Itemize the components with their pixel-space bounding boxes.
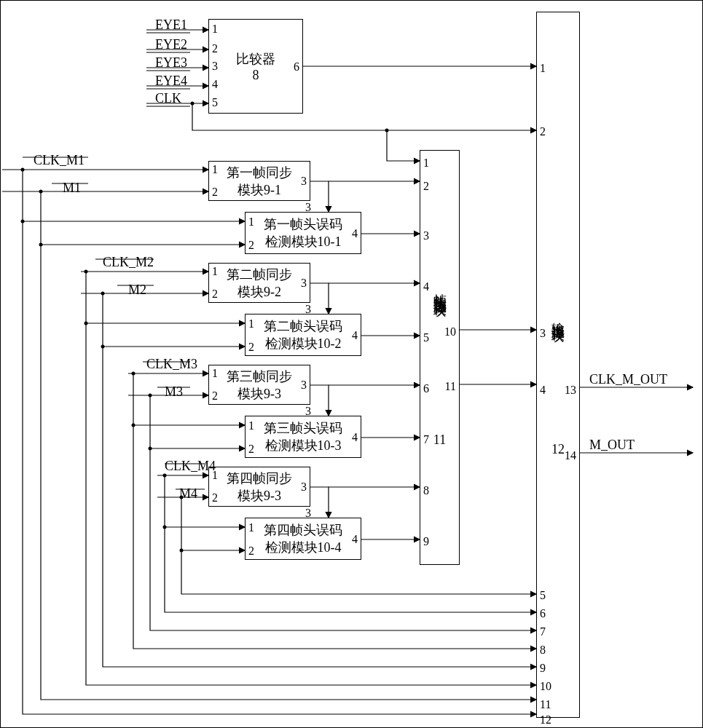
err3-block: 第三帧头误码 检测模块10-3 1 2 3 4 <box>245 416 361 458</box>
svg-point-54 <box>21 220 25 223</box>
sync2-block: 第二帧同步 模块9-2 1 2 3 <box>208 263 310 303</box>
sync1-block: 第一帧同步 模块9-1 1 2 3 <box>208 161 310 201</box>
pin: 13 <box>565 384 576 397</box>
svg-point-26 <box>85 270 88 274</box>
label-clk-m2: CLK_M2 <box>103 255 154 270</box>
err1-title: 第一帧头误码 <box>264 215 342 233</box>
sync1-sub: 模块9-1 <box>237 181 281 199</box>
svg-point-11 <box>191 102 195 106</box>
pin: 10 <box>540 680 551 693</box>
pin: 7 <box>540 625 546 638</box>
pin: 8 <box>423 484 429 497</box>
sync2-title: 第二帧同步 <box>227 266 292 283</box>
svg-point-51 <box>101 345 105 349</box>
comparator-block: 比较器 8 1 2 3 4 5 6 <box>208 19 303 114</box>
label-eye4: EYE4 <box>155 74 187 89</box>
err4-sub: 检测模块10-4 <box>265 539 342 556</box>
pin: 6 <box>540 607 546 620</box>
err3-title: 第三帧头误码 <box>264 419 342 437</box>
wiring <box>1 1 703 728</box>
svg-point-53 <box>39 243 43 247</box>
pin: 12 <box>540 713 551 727</box>
sync4-block: 第四帧同步 模块9-3 1 2 3 <box>208 467 310 507</box>
pin: 10 <box>444 325 456 339</box>
svg-point-48 <box>163 526 167 529</box>
label-clk-m1: CLK_M1 <box>34 153 85 168</box>
comparator-title: 比较器 <box>236 50 275 68</box>
select-block: 帧头检测选择模块 11 1 2 3 4 5 6 7 8 9 10 11 <box>420 150 460 565</box>
label-m1: M1 <box>63 181 81 196</box>
err1-sub: 检测模块10-1 <box>265 233 342 250</box>
label-eye3: EYE3 <box>155 55 187 71</box>
label-m3: M3 <box>165 384 183 400</box>
pin: 7 <box>423 433 429 446</box>
label-m2: M2 <box>128 282 146 298</box>
svg-point-42 <box>163 474 167 478</box>
err4-title: 第四帧头误码 <box>264 521 342 539</box>
svg-point-52 <box>85 322 88 325</box>
svg-point-50 <box>132 424 136 427</box>
sync4-sub: 模块9-3 <box>237 487 281 505</box>
pin: 14 <box>565 449 576 462</box>
pin: 2 <box>423 180 429 193</box>
select-id: 11 <box>433 432 446 448</box>
sync1-title: 第一帧同步 <box>227 164 292 181</box>
label-clk-m4: CLK_M4 <box>165 459 216 474</box>
pin: 5 <box>540 589 546 602</box>
pin: 3 <box>423 229 429 242</box>
label-eye1: EYE1 <box>155 17 187 33</box>
label-clk: CLK <box>155 91 181 106</box>
err3-sub: 检测模块10-3 <box>265 437 342 454</box>
output-title: 输出选择模块 <box>549 312 567 320</box>
output-id: 12 <box>551 442 565 457</box>
comparator-id: 8 <box>253 68 259 83</box>
svg-point-19 <box>39 190 43 194</box>
err2-sub: 检测模块10-2 <box>265 335 342 352</box>
sync3-sub: 模块9-3 <box>237 385 281 403</box>
label-clk-m3: CLK_M3 <box>146 357 197 372</box>
svg-point-34 <box>132 372 136 376</box>
sync2-sub: 模块9-2 <box>237 283 281 301</box>
sync3-title: 第三帧同步 <box>227 368 292 385</box>
sync4-title: 第四帧同步 <box>227 470 292 487</box>
pin: 1 <box>540 62 546 75</box>
err4-block: 第四帧头误码 检测模块10-4 1 2 3 4 <box>245 518 361 560</box>
label-eye2: EYE2 <box>155 37 187 52</box>
label-clk-m-out: CLK_M_OUT <box>589 372 667 387</box>
pin: 9 <box>423 535 429 548</box>
sync3-block: 第三帧同步 模块9-3 1 2 3 <box>208 365 310 405</box>
svg-point-47 <box>180 549 184 553</box>
pin: 8 <box>540 644 546 657</box>
output-block: 输出选择模块 12 1 2 3 4 5 6 7 8 9 10 11 12 13 … <box>536 12 580 718</box>
svg-point-35 <box>149 394 152 397</box>
pin: 6 <box>423 382 429 395</box>
pin: 3 <box>540 327 546 340</box>
pin: 4 <box>540 384 546 397</box>
svg-point-49 <box>149 447 152 451</box>
pin: 5 <box>423 331 429 344</box>
pin: 11 <box>540 698 551 711</box>
err1-block: 第一帧头误码 检测模块10-1 1 2 3 4 <box>245 212 361 254</box>
pin: 2 <box>540 125 546 138</box>
svg-point-12 <box>385 129 389 132</box>
svg-point-18 <box>21 168 25 172</box>
err2-title: 第二帧头误码 <box>264 317 342 335</box>
select-title: 帧头检测选择模块 <box>431 283 449 295</box>
svg-point-27 <box>101 292 105 296</box>
label-m4: M4 <box>179 486 197 502</box>
pin: 9 <box>540 662 546 675</box>
label-m-out: M_OUT <box>589 438 635 453</box>
pin: 11 <box>445 380 456 393</box>
pin: 1 <box>423 157 429 170</box>
err2-block: 第二帧头误码 检测模块10-2 1 2 3 4 <box>245 314 361 356</box>
pin: 4 <box>423 280 429 293</box>
